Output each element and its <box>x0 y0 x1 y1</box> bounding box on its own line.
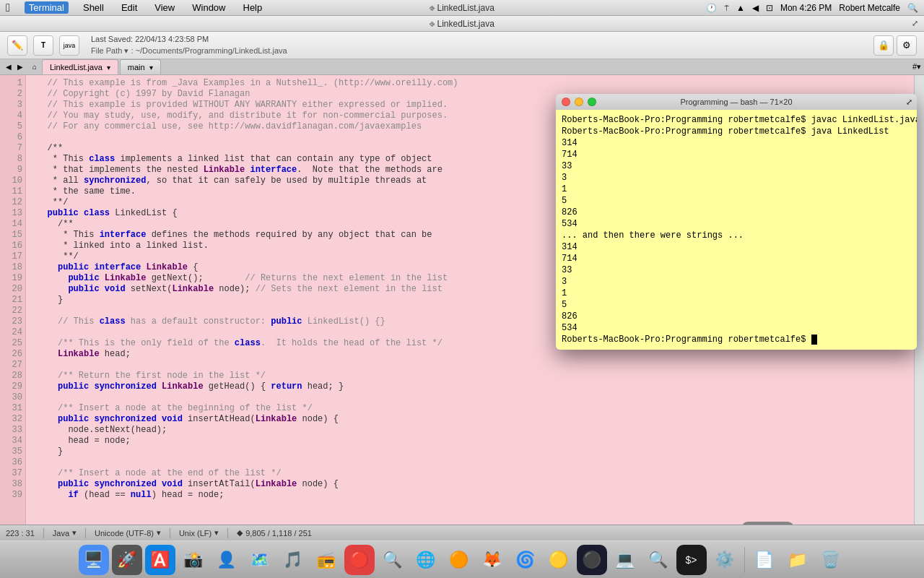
statusbar: 223 : 31 Java ▾ Unicode (UTF-8) ▾ Unix (… <box>0 525 924 540</box>
file-icon: ⎆ <box>430 3 435 13</box>
menu-edit[interactable]: Edit <box>118 2 140 13</box>
file-path: File Path ▾ : ~/Documents/Programming/Li… <box>91 46 287 56</box>
main-wrapper: ⎆ LinkedList.java ⤢ ✏️ T java Last Saved… <box>0 16 924 540</box>
close-button[interactable] <box>562 98 570 106</box>
terminal-body[interactable]: Roberts-MacBook-Pro:Programming robertme… <box>556 110 917 350</box>
dock-search[interactable]: 🔍 <box>378 545 408 575</box>
dock-yellow[interactable]: 🟡 <box>544 545 574 575</box>
file-title: ⎆ LinkedList.java <box>430 19 494 29</box>
battery-icon: ⊡ <box>766 3 773 13</box>
user-name: Robert Metcalfe <box>839 3 900 13</box>
dock-chrome[interactable]: 🌀 <box>510 545 541 575</box>
dock-firefox[interactable]: 🦊 <box>477 545 507 575</box>
terminal-expand[interactable]: ⤢ <box>906 98 912 107</box>
minimize-button[interactable] <box>575 98 583 106</box>
menu-window[interactable]: Window <box>189 2 228 13</box>
dock-appstore[interactable]: 🅰️ <box>145 545 175 575</box>
dock-finder[interactable]: 🖥️ <box>79 545 109 575</box>
tab-home[interactable]: ⌂ <box>29 59 40 74</box>
window-title: ⎆ LinkedList.java <box>430 3 494 13</box>
line-ending-display[interactable]: Unix (LF) ▾ <box>179 528 219 538</box>
lock-button[interactable]: 🔒 <box>873 35 894 56</box>
edit-button[interactable]: ✏️ <box>7 35 27 56</box>
menu-help[interactable]: Help <box>240 2 266 13</box>
dock-podcast[interactable]: 📻 <box>311 545 341 575</box>
dock-dev[interactable]: 💻 <box>610 545 640 575</box>
menu-shell[interactable]: Shell <box>80 2 107 13</box>
dock-settings[interactable]: ⚙️ <box>710 545 740 575</box>
time-display: Mon 4:26 PM <box>780 3 832 13</box>
settings-button[interactable]: ⚙ <box>897 35 917 56</box>
line-numbers: 1234567891011121314151617181920212223242… <box>0 75 26 525</box>
editor-toolbar: ✏️ T java Last Saved: 22/04/13 4:23:58 P… <box>0 32 924 59</box>
dock-file[interactable]: 📄 <box>749 545 780 575</box>
terminal-titlebar: Programming — bash — 71×20 ⤢ <box>556 94 917 110</box>
wifi-icon: ▲ <box>736 3 745 13</box>
dock-folder[interactable]: 📁 <box>783 545 813 575</box>
volume-icon: ◀ <box>752 3 759 13</box>
dock-trash[interactable]: 🗑️ <box>816 545 846 575</box>
dock-search2[interactable]: 🔍 <box>643 545 674 575</box>
file-info: Last Saved: 22/04/13 4:23:58 PM File Pat… <box>91 34 287 56</box>
terminal-title: Programming — bash — 71×20 <box>681 98 793 106</box>
stats-display: ◆ 9,805 / 1,118 / 251 <box>237 528 312 538</box>
dock-launchpad[interactable]: 🚀 <box>112 545 142 575</box>
dock-black[interactable]: ⚫ <box>577 545 607 575</box>
dock-photos[interactable]: 📸 <box>178 545 209 575</box>
dock-terminal[interactable]: $> <box>676 545 707 575</box>
tab-main[interactable]: main ▾ <box>120 59 161 74</box>
text-button[interactable]: T <box>33 35 53 56</box>
tab-dropdown[interactable]: ▾ <box>107 64 110 72</box>
encoding-display[interactable]: Unicode (UTF-8) ▾ <box>95 528 161 538</box>
menu-view[interactable]: View <box>152 2 178 13</box>
menu-terminal[interactable]: Terminal <box>25 1 69 14</box>
clock-icon: 🕐 <box>706 3 717 13</box>
bluetooth-icon: ⍑ <box>724 3 729 13</box>
apple-menu[interactable]:  <box>6 1 10 14</box>
menubar:  Terminal Shell Edit View Window Help ⎆… <box>0 0 924 16</box>
dock-red1[interactable]: 🔴 <box>344 545 375 575</box>
java-button[interactable]: java <box>59 35 79 56</box>
last-saved: Last Saved: 22/04/13 4:23:58 PM <box>91 34 287 45</box>
editor-tabs: ◀ ▶ ⌂ LinkedList.java ▾ main ▾ #▾ <box>0 59 924 75</box>
language-display[interactable]: Java ▾ <box>53 528 77 538</box>
dock-music[interactable]: 🎵 <box>278 545 308 575</box>
resize-icon[interactable]: ⤢ <box>912 19 918 28</box>
maximize-button[interactable] <box>588 98 596 106</box>
dock-maps[interactable]: 🗺️ <box>245 545 275 575</box>
tab-more[interactable]: #▾ <box>912 62 921 72</box>
line-col-display: 223 : 31 <box>6 529 35 538</box>
tab-back[interactable]: ◀ <box>3 59 14 74</box>
search-icon[interactable]: 🔍 <box>907 3 918 13</box>
dock-orange[interactable]: 🟠 <box>444 545 474 575</box>
dock-globe[interactable]: 🌐 <box>411 545 441 575</box>
dock: 🖥️ 🚀 🅰️ 📸 👤 🗺️ 🎵 📻 🔴 🔍 🌐 🟠 🦊 🌀 🟡 ⚫ 💻 🔍 $… <box>0 540 924 578</box>
tab-forward[interactable]: ▶ <box>14 59 26 74</box>
tab-linkedlist[interactable]: LinkedList.java ▾ <box>42 59 118 74</box>
terminal-window: Programming — bash — 71×20 ⤢ Roberts-Mac… <box>556 94 917 350</box>
tab-main-dropdown[interactable]: ▾ <box>149 64 153 72</box>
editor-titlebar: ⎆ LinkedList.java ⤢ <box>0 16 924 32</box>
menubar-right: 🕐 ⍑ ▲ ◀ ⊡ Mon 4:26 PM Robert Metcalfe 🔍 <box>706 3 918 13</box>
dock-contacts[interactable]: 👤 <box>212 545 242 575</box>
